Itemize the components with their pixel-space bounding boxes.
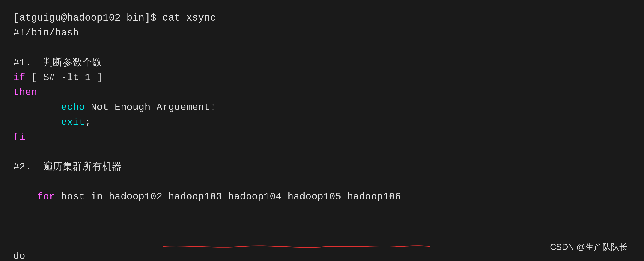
for1-content: host in hadoop102 hadoop103 hadoop104 ha… [55,191,401,202]
line-exit: exit; [13,115,631,130]
line-shebang: #!/bin/bash [13,26,631,41]
indent2 [13,117,61,128]
empty-line-2 [13,145,631,160]
line-comment2: #2. 遍历集群所有机器 [13,160,631,175]
keyword-exit: exit [61,117,85,128]
line-if: if [ $# -lt 1 ] [13,70,631,85]
line-echo1: echo Not Enough Arguement! [13,100,631,115]
exit-semi: ; [85,117,91,128]
indent1 [13,102,61,113]
keyword-for1: for [37,191,55,202]
line-do1: do [13,249,631,261]
line-then: then [13,85,631,100]
line-prompt: [atguigu@hadoop102 bin]$ cat xsync [13,11,631,26]
keyword-if: if [13,72,25,83]
echo1-text: Not Enough Arguement! [85,102,216,113]
csdn-annotation: CSDN @生产队队长 [550,241,628,253]
empty-line-1 [13,41,631,56]
keyword-echo1: echo [61,102,85,113]
terminal-window: [atguigu@hadoop102 bin]$ cat xsync #!/bi… [0,0,644,261]
line-comment1: #1. 判断参数个数 [13,56,631,70]
if-condition: [ $# -lt 1 ] [25,72,103,83]
line-for1: for host in hadoop102 hadoop103 hadoop10… [13,175,631,249]
line-fi: fi [13,130,631,145]
